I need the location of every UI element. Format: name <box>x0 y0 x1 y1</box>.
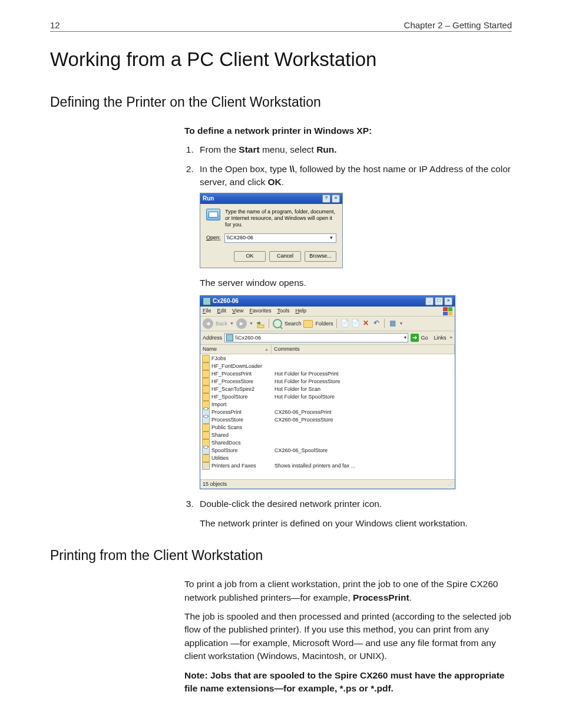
steps-list: From the Start menu, select Run. In the … <box>184 143 512 530</box>
list-item[interactable]: Printers and FaxesShows installed printe… <box>200 462 455 470</box>
browse-button[interactable]: Browse... <box>305 251 336 262</box>
explorer-window: Cx260-06 _ □ × File Edit View <box>200 295 455 489</box>
menu-view[interactable]: View <box>232 307 243 315</box>
column-comments[interactable]: Comments <box>272 345 455 354</box>
undo-icon[interactable]: ↶ <box>372 319 381 328</box>
folder-icon <box>202 454 210 462</box>
list-item[interactable]: FJobs <box>200 355 455 363</box>
list-item[interactable]: HF_ProcessPrintHot Folder for ProcessPri… <box>200 370 455 378</box>
item-name: HF_ProcessPrint <box>211 370 252 378</box>
section2-heading: Printing from the Client Workstation <box>50 548 512 564</box>
folder-icon <box>202 431 210 439</box>
address-bar: Address \\Cx260-06 ▾ ➔ Go Links » <box>200 331 455 345</box>
item-comment: Hot Folder for Scan <box>273 386 455 393</box>
back-label: Back <box>216 320 227 328</box>
search-label[interactable]: Search <box>285 320 302 328</box>
address-field[interactable]: \\Cx260-06 ▾ <box>224 333 408 342</box>
list-item[interactable]: Import <box>200 401 455 409</box>
ok-button[interactable]: OK <box>234 251 266 262</box>
item-comment: Hot Folder for ProcessPrint <box>273 370 455 378</box>
item-name: SpoolStore <box>211 447 238 454</box>
file-list: FJobsHF_FontDownLoaderHF_ProcessPrintHot… <box>200 354 455 479</box>
list-item[interactable]: Utilities <box>200 454 455 462</box>
item-comment: Hot Folder for ProcessStore <box>273 378 455 386</box>
close-button[interactable]: × <box>444 297 452 305</box>
item-name: Utilities <box>211 454 229 462</box>
folder-icon <box>202 424 210 431</box>
section1-heading: Defining the Printer on the Client Works… <box>50 94 512 110</box>
links-label[interactable]: Links <box>434 334 447 342</box>
folder-icon <box>202 355 210 363</box>
after-run-text: The server window opens. <box>200 276 512 289</box>
list-item[interactable]: HF_ScanToSpire2Hot Folder for Scan <box>200 386 455 393</box>
menu-bar: File Edit View Favorites Tools Help <box>200 307 455 317</box>
list-item[interactable]: Public Scans <box>200 424 455 431</box>
item-name: ProcessPrint <box>211 409 242 416</box>
item-comment: CX260-06_ProcessPrint <box>273 409 455 416</box>
move-to-icon[interactable]: 📄 <box>340 319 349 328</box>
copy-to-icon[interactable]: 📄 <box>351 319 359 328</box>
up-folder-button[interactable] <box>256 319 265 328</box>
close-button[interactable]: × <box>332 195 340 203</box>
list-item[interactable]: Shared <box>200 431 455 439</box>
search-icon[interactable] <box>273 319 282 328</box>
open-combobox[interactable]: \\CX260-06 ▾ <box>224 233 336 243</box>
minimize-button[interactable]: _ <box>425 297 434 305</box>
views-dropdown[interactable]: ▼ <box>399 321 403 327</box>
column-name[interactable]: Name ▲ <box>200 345 272 354</box>
status-bar: 15 objects ⋰ <box>200 479 455 489</box>
folder-icon <box>202 393 210 401</box>
resize-grip-icon[interactable]: ⋰ <box>448 480 452 488</box>
folders-label[interactable]: Folders <box>315 320 333 328</box>
step3-result: The network printer is defined on your W… <box>200 517 512 530</box>
links-chevron-icon[interactable]: » <box>450 334 452 341</box>
address-value: \\Cx260-06 <box>235 334 261 342</box>
menu-favorites[interactable]: Favorites <box>249 307 271 315</box>
back-history-dropdown[interactable]: ▼ <box>230 321 234 327</box>
back-button[interactable]: ◄ <box>203 318 213 329</box>
list-item[interactable]: ProcessStoreCX260-06_ProcessStore <box>200 416 455 424</box>
dropdown-arrow-icon[interactable]: ▾ <box>328 234 334 242</box>
menu-edit[interactable]: Edit <box>217 307 227 315</box>
address-computer-icon <box>226 334 233 341</box>
forward-history-dropdown[interactable]: ▼ <box>249 321 253 327</box>
delete-icon[interactable]: ✕ <box>362 319 370 328</box>
run-dialog: Run ? × Type the name of a program, fold… <box>200 193 343 268</box>
explorer-titlebar: Cx260-06 _ □ × <box>200 296 455 307</box>
step-1: From the Start menu, select Run. <box>196 143 512 156</box>
open-value: \\CX260-06 <box>227 234 254 242</box>
open-label: Open: <box>206 234 221 242</box>
views-icon[interactable]: ▦ <box>388 319 396 328</box>
list-item[interactable]: HF_ProcessStoreHot Folder for ProcessSto… <box>200 378 455 386</box>
forward-button[interactable]: ► <box>236 318 247 329</box>
svg-rect-0 <box>257 325 264 328</box>
maximize-button[interactable]: □ <box>435 297 443 305</box>
address-dropdown-icon[interactable]: ▾ <box>404 334 406 341</box>
section2-note: Note: Jobs that are spooled to the Spire… <box>184 669 512 696</box>
printer-icon <box>202 447 210 454</box>
cancel-button[interactable]: Cancel <box>269 251 301 262</box>
item-comment: Shows installed printers and fax ... <box>273 462 455 470</box>
list-item[interactable]: HF_SpoolStoreHot Folder for SpoolStore <box>200 393 455 401</box>
menu-file[interactable]: File <box>203 307 211 315</box>
chapter-title: Chapter 2 – Getting Started <box>404 20 512 30</box>
step-3: Double-click the desired network printer… <box>196 498 512 530</box>
item-name: FJobs <box>211 355 226 363</box>
item-name: Printers and Faxes <box>211 462 256 470</box>
printer-icon <box>202 416 210 424</box>
list-item[interactable]: SharedDocs <box>200 439 455 447</box>
go-button[interactable]: ➔ <box>411 334 419 342</box>
menu-tools[interactable]: Tools <box>277 307 289 315</box>
run-message: Type the name of a program, folder, docu… <box>225 209 336 229</box>
help-button[interactable]: ? <box>322 195 330 203</box>
list-item[interactable]: ProcessPrintCX260-06_ProcessPrint <box>200 409 455 416</box>
item-comment: Hot Folder for SpoolStore <box>273 393 455 401</box>
folders-icon[interactable] <box>303 320 313 328</box>
menu-help[interactable]: Help <box>295 307 306 315</box>
item-comment: CX260-06_SpoolStore <box>273 447 455 454</box>
list-item[interactable]: HF_FontDownLoader <box>200 363 455 370</box>
page-number: 12 <box>50 20 60 30</box>
intro-bold: To define a network printer in Windows X… <box>184 124 512 137</box>
list-item[interactable]: SpoolStoreCX260-06_SpoolStore <box>200 447 455 454</box>
item-name: HF_FontDownLoader <box>211 363 262 370</box>
